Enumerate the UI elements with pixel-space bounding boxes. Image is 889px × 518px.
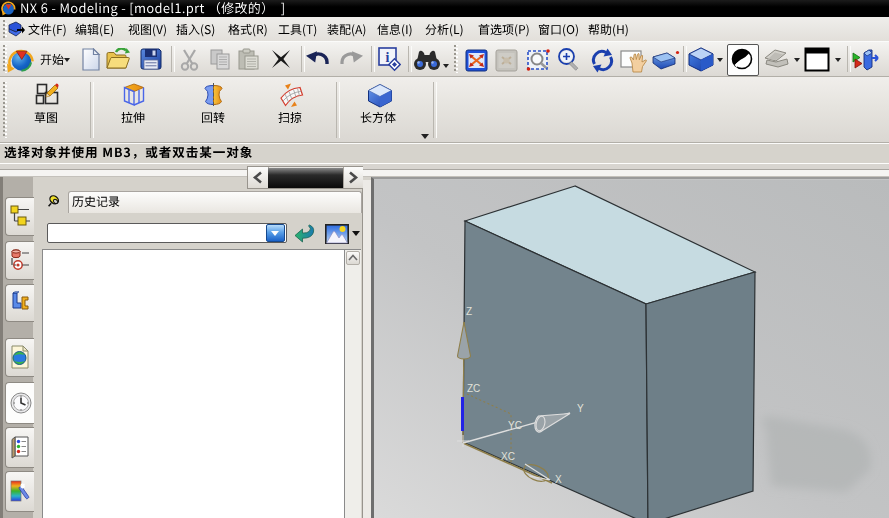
- svg-text:Z: Z: [466, 306, 472, 317]
- svg-text:XC: XC: [501, 451, 515, 462]
- svg-text:Y: Y: [577, 403, 584, 414]
- svg-text:YC: YC: [508, 420, 522, 431]
- svg-text:i: i: [386, 50, 390, 65]
- svg-text:X: X: [555, 474, 562, 485]
- svg-text:ZC: ZC: [467, 383, 480, 394]
